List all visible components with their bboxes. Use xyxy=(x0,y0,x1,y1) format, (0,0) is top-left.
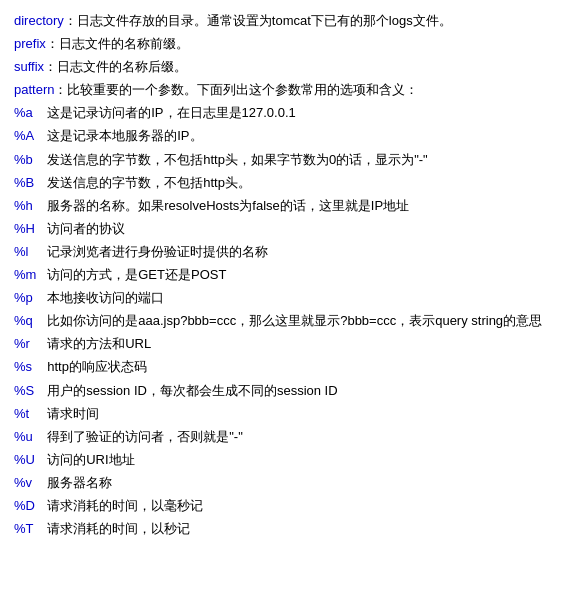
param-desc: 服务器的名称。如果resolveHosts为false的话，这里就是IP地址 xyxy=(47,195,558,217)
param-key: %h xyxy=(14,195,40,217)
keyword-prefix: prefix xyxy=(14,36,46,51)
param-entry: %T 请求消耗的时间，以秒记 xyxy=(14,518,558,540)
param-entry: %l 记录浏览者进行身份验证时提供的名称 xyxy=(14,241,558,263)
param-desc: 发送信息的字节数，不包括http头。 xyxy=(47,172,558,194)
param-desc: 本地接收访问的端口 xyxy=(47,287,558,309)
entry-pattern: pattern：比较重要的一个参数。下面列出这个参数常用的选项和含义： xyxy=(14,79,558,101)
param-key: %s xyxy=(14,356,40,378)
keyword-pattern: pattern xyxy=(14,82,54,97)
param-key: %B xyxy=(14,172,40,194)
param-key: %H xyxy=(14,218,40,240)
param-key: %a xyxy=(14,102,40,124)
param-key: %U xyxy=(14,449,40,471)
desc-directory: 日志文件存放的目录。通常设置为tomcat下已有的那个logs文件。 xyxy=(77,13,452,28)
param-entry: %h 服务器的名称。如果resolveHosts为false的话，这里就是IP地… xyxy=(14,195,558,217)
param-entry: %D 请求消耗的时间，以毫秒记 xyxy=(14,495,558,517)
entry-suffix: suffix：日志文件的名称后缀。 xyxy=(14,56,558,78)
param-entry: %A 这是记录本地服务器的IP。 xyxy=(14,125,558,147)
params-list: %a 这是记录访问者的IP，在日志里是127.0.0.1%A 这是记录本地服务器… xyxy=(14,102,558,540)
param-desc: 发送信息的字节数，不包括http头，如果字节数为0的话，显示为"-" xyxy=(47,149,558,171)
param-desc: 请求消耗的时间，以毫秒记 xyxy=(47,495,558,517)
param-desc: 请求时间 xyxy=(47,403,558,425)
param-desc: http的响应状态码 xyxy=(47,356,558,378)
param-entry: %B 发送信息的字节数，不包括http头。 xyxy=(14,172,558,194)
param-desc: 访问者的协议 xyxy=(47,218,558,240)
param-entry: %b 发送信息的字节数，不包括http头，如果字节数为0的话，显示为"-" xyxy=(14,149,558,171)
param-key: %r xyxy=(14,333,40,355)
param-key: %v xyxy=(14,472,40,494)
keyword-directory: directory xyxy=(14,13,64,28)
param-key: %q xyxy=(14,310,40,332)
param-entry: %v 服务器名称 xyxy=(14,472,558,494)
param-desc: 服务器名称 xyxy=(47,472,558,494)
param-key: %b xyxy=(14,149,40,171)
param-desc: 这是记录访问者的IP，在日志里是127.0.0.1 xyxy=(47,102,558,124)
param-desc: 记录浏览者进行身份验证时提供的名称 xyxy=(47,241,558,263)
param-desc: 访问的URI地址 xyxy=(47,449,558,471)
param-entry: %u 得到了验证的访问者，否则就是"-" xyxy=(14,426,558,448)
entry-directory: directory：日志文件存放的目录。通常设置为tomcat下已有的那个log… xyxy=(14,10,558,32)
param-desc: 请求的方法和URL xyxy=(47,333,558,355)
param-entry: %S 用户的session ID，每次都会生成不同的session ID xyxy=(14,380,558,402)
param-desc: 用户的session ID，每次都会生成不同的session ID xyxy=(47,380,558,402)
param-key: %T xyxy=(14,518,40,540)
param-key: %S xyxy=(14,380,40,402)
param-entry: %U 访问的URI地址 xyxy=(14,449,558,471)
desc-suffix: 日志文件的名称后缀。 xyxy=(57,59,187,74)
param-entry: %m 访问的方式，是GET还是POST xyxy=(14,264,558,286)
desc-pattern: 比较重要的一个参数。下面列出这个参数常用的选项和含义： xyxy=(67,82,418,97)
param-desc: 访问的方式，是GET还是POST xyxy=(47,264,558,286)
entry-prefix: prefix：日志文件的名称前缀。 xyxy=(14,33,558,55)
param-key: %t xyxy=(14,403,40,425)
param-key: %m xyxy=(14,264,40,286)
param-key: %u xyxy=(14,426,40,448)
param-desc: 得到了验证的访问者，否则就是"-" xyxy=(47,426,558,448)
param-key: %D xyxy=(14,495,40,517)
param-entry: %H 访问者的协议 xyxy=(14,218,558,240)
param-entry: %q 比如你访问的是aaa.jsp?bbb=ccc，那么这里就显示?bbb=cc… xyxy=(14,310,558,332)
param-desc: 这是记录本地服务器的IP。 xyxy=(47,125,558,147)
param-entry: %p 本地接收访问的端口 xyxy=(14,287,558,309)
param-desc: 比如你访问的是aaa.jsp?bbb=ccc，那么这里就显示?bbb=ccc，表… xyxy=(47,310,558,332)
desc-prefix: 日志文件的名称前缀。 xyxy=(59,36,189,51)
param-entry: %s http的响应状态码 xyxy=(14,356,558,378)
param-desc: 请求消耗的时间，以秒记 xyxy=(47,518,558,540)
main-content: directory：日志文件存放的目录。通常设置为tomcat下已有的那个log… xyxy=(0,0,572,551)
param-entry: %r 请求的方法和URL xyxy=(14,333,558,355)
param-key: %l xyxy=(14,241,40,263)
param-entry: %a 这是记录访问者的IP，在日志里是127.0.0.1 xyxy=(14,102,558,124)
param-key: %p xyxy=(14,287,40,309)
param-entry: %t 请求时间 xyxy=(14,403,558,425)
keyword-suffix: suffix xyxy=(14,59,44,74)
param-key: %A xyxy=(14,125,40,147)
